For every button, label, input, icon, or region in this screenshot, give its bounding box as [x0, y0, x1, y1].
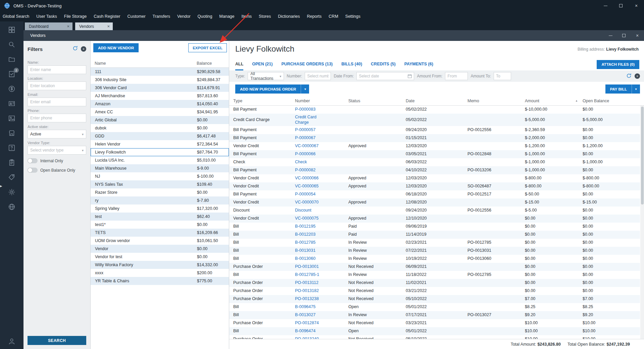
calendar-icon[interactable]	[407, 74, 412, 78]
vendor-row[interactable]: test$62.40	[91, 213, 229, 221]
filter-select-vendor-type[interactable]: Select vendor type▾	[28, 146, 86, 155]
tag-icon[interactable]	[7, 173, 16, 182]
menu-item-cash-register[interactable]: Cash Register	[94, 14, 120, 19]
store-icon[interactable]	[7, 129, 16, 137]
maximize-button[interactable]	[613, 0, 629, 11]
transaction-row[interactable]: Bill PaymentP-000006701/15/2021$-2,000.0…	[229, 134, 640, 142]
close-tab-icon[interactable]: ×	[104, 24, 110, 29]
vendor-row[interactable]: GDD$6,417.48	[91, 132, 229, 140]
transaction-row[interactable]: BillB-0096474Open05/01/2022$10.00$10.00	[229, 327, 640, 335]
search-icon[interactable]	[7, 40, 16, 49]
vendor-row[interactable]: dubok$0.00	[91, 124, 229, 132]
vendor-row[interactable]: NYS Sales Tax$109.40	[91, 180, 229, 188]
date-from-input[interactable]	[356, 72, 414, 80]
vendor-row[interactable]: test1*$0.00	[91, 221, 229, 229]
money-icon[interactable]	[7, 84, 16, 93]
column-header-open-balance[interactable]: Open Balance	[583, 96, 640, 105]
tx-number-link[interactable]: VC-0000075	[295, 216, 318, 221]
attach-files-button[interactable]: ATTACH FILES (0)	[597, 60, 639, 69]
tx-number-link[interactable]: P-0000054	[295, 192, 315, 197]
tx-number-link[interactable]: P-0000083	[295, 107, 315, 112]
menu-item-manage[interactable]: Manage	[219, 14, 234, 19]
filter-input-phone[interactable]	[28, 114, 86, 122]
tx-number-link[interactable]: Check	[295, 160, 307, 165]
vertical-scrollbar[interactable]	[640, 106, 644, 339]
amount-to-input[interactable]	[494, 72, 511, 80]
date-from-field[interactable]	[357, 72, 407, 80]
transaction-row[interactable]: BillB-0012785-1In Review11/18/2022PO-001…	[229, 271, 640, 279]
transaction-row[interactable]: Vendor CreditVC-0000070Approved12/08/202…	[229, 198, 640, 207]
column-header-balance[interactable]: Balance	[195, 61, 229, 66]
tx-number-link[interactable]: B-0013060	[295, 256, 315, 261]
tx-number-link[interactable]: B-0013031	[295, 248, 315, 253]
folder-icon[interactable]	[7, 55, 16, 64]
vendor-row[interactable]: Helen Vendor$72,364.54	[91, 140, 229, 148]
transaction-row[interactable]: Bill PaymentP-000006603/05/2021PO-001284…	[229, 150, 640, 158]
vendor-row[interactable]: Amazon$14,050.40	[91, 100, 229, 108]
menu-item-quoting[interactable]: Quoting	[198, 14, 212, 19]
transaction-row[interactable]: BillB-0012195Paid09/06/2019$0.00$0.00	[229, 223, 640, 231]
vendor-row[interactable]: 306 Vendor Card$114,679.91	[91, 84, 229, 92]
menu-item-global-search[interactable]: Global Search	[3, 14, 29, 19]
menu-item-user-tasks[interactable]: User Tasks	[36, 14, 57, 19]
menu-item-stores[interactable]: Stores	[259, 14, 271, 19]
menu-item-vendor[interactable]: Vendor	[177, 14, 191, 19]
transaction-row[interactable]: Purchase OrderPO-0013238Not Received05/1…	[229, 295, 640, 303]
tx-number-link[interactable]: PO-0013240	[295, 337, 319, 339]
column-header-memo[interactable]: Memo	[467, 96, 525, 105]
vendor-row[interactable]: Amex CC$34,941.95	[91, 108, 229, 116]
filter-input-email[interactable]	[28, 98, 86, 106]
transaction-row[interactable]: Purchase OrderPO-0013001Not Received06/0…	[229, 263, 640, 271]
vendor-row[interactable]: YR Table & Chairs$775.00	[91, 277, 229, 285]
vendor-row[interactable]: Vendor for test$0.00	[91, 253, 229, 261]
column-header-date[interactable]: Date	[406, 96, 467, 105]
tx-number-link[interactable]: P-0000066	[295, 152, 315, 157]
transaction-row[interactable]: BillB-0013060In Review10/19/2022PO-00130…	[229, 255, 640, 263]
menu-item-transfers[interactable]: Transfers	[153, 14, 170, 19]
tx-number-link[interactable]: P-0000082	[295, 168, 315, 173]
column-header-type[interactable]: Type	[233, 96, 295, 105]
tx-number-link[interactable]: VC-0000066	[295, 176, 318, 181]
transaction-row[interactable]: BillB-0013031In Review07/22/2021PO-00130…	[229, 247, 640, 255]
tx-number-link[interactable]: B-0012785	[295, 240, 315, 245]
detail-tab-all[interactable]: ALL	[235, 58, 243, 70]
vendor-row[interactable]: TETS$16,209.66	[91, 229, 229, 237]
help-icon[interactable]	[7, 143, 16, 152]
tx-number-link[interactable]: P-0000057	[295, 127, 315, 133]
menu-item-items[interactable]: Items	[242, 14, 252, 19]
clipboard-icon[interactable]	[7, 158, 16, 167]
transaction-row[interactable]: BillB-0012203Paid11/14/2019$0.00$0.00	[229, 231, 640, 239]
transaction-row[interactable]: Purchase OrderPO-0013112Not Received11/0…	[229, 279, 640, 287]
export-excel-button[interactable]: EXPORT EXCEL	[188, 43, 227, 52]
transaction-row[interactable]: Vendor CreditVC-0000075Approved12/10/202…	[229, 215, 640, 223]
vendor-row[interactable]: ry$-7.80	[91, 196, 229, 205]
vendor-row[interactable]: UOM Grow vendor$10,061.50	[91, 237, 229, 245]
vendor-row[interactable]: Spring Valley$17,320.00	[91, 205, 229, 213]
vendor-row[interactable]: 306 Industry Site$249,884.37	[91, 76, 229, 84]
filter-select-active-state[interactable]: Active▾	[28, 130, 86, 138]
toggle-open-balance-only[interactable]	[28, 168, 38, 173]
inner-maximize-button[interactable]	[617, 30, 631, 41]
search-button[interactable]: SEARCH	[28, 336, 86, 345]
vendor-row[interactable]: 111$290,829.58	[91, 68, 229, 76]
tx-number-link[interactable]: PO-0013182	[295, 288, 319, 294]
expand-rail-arrow[interactable]: ▸	[0, 184, 2, 188]
amount-from-input[interactable]	[445, 72, 468, 80]
vendor-row[interactable]: Lievy Folkowitch$87,764.70	[91, 148, 229, 156]
menu-item-reports[interactable]: Reports	[307, 14, 322, 19]
type-select[interactable]: All Transactions ▾	[248, 72, 284, 80]
inner-minimize-button[interactable]	[604, 30, 617, 41]
detail-tab-purchase-orders-13[interactable]: PURCHASE ORDERS (13)	[281, 58, 333, 70]
transaction-row[interactable]: Bill PaymentP-000008305/02/2022$-10,000.…	[229, 106, 640, 114]
transaction-row[interactable]: Purchase OrderPO-0012874Not Received03/2…	[229, 319, 640, 327]
clear-filters-icon[interactable]: ×	[81, 46, 86, 52]
pay-bill-button[interactable]: PAY BILL	[605, 84, 632, 94]
detail-tab-bills-40[interactable]: BILLS (40)	[341, 58, 362, 70]
add-new-purchase-order-button[interactable]: ADD NEW PURCHASE ORDER	[235, 84, 301, 94]
transaction-row[interactable]: Bill PaymentP-000008204/10/2022PO-001320…	[229, 166, 640, 174]
transaction-row[interactable]: Vendor CreditVC-0000067Approved12/03/202…	[229, 142, 640, 150]
refresh-transactions-icon[interactable]	[626, 73, 632, 79]
column-header-status[interactable]: Status	[348, 96, 406, 105]
tab-dashboard[interactable]: Dashboard×	[25, 22, 72, 30]
tx-number-link[interactable]: B-0096475	[295, 304, 315, 310]
